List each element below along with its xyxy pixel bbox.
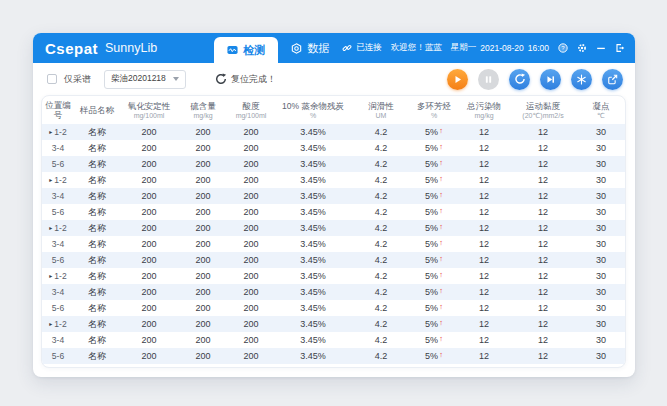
oxidation-stability-cell: 200	[120, 175, 178, 185]
viscosity-cell: 12	[510, 159, 576, 169]
monitor-chart-icon	[227, 45, 238, 56]
cell-value: 30	[596, 127, 606, 137]
cell-value: 3.45%	[300, 127, 326, 137]
table-row[interactable]: 3-4名称2002002003.45%4.25%↑121230	[42, 284, 625, 300]
total-contaminants-cell: 12	[458, 223, 510, 233]
titlebar-status-area: 已连接 欢迎您！蓝蓝 星期一 2021-08-20 16:00 ?	[342, 33, 625, 63]
cell-value: 200	[195, 127, 210, 137]
spectrum-only-checkbox[interactable]	[47, 74, 57, 84]
freezing-point-cell: 30	[576, 127, 626, 137]
cell-value: 200	[195, 175, 210, 185]
sulfur-content-cell: 200	[178, 319, 228, 329]
cell-value: 3.45%	[300, 303, 326, 313]
position-value: 1-2	[54, 127, 66, 137]
link-icon	[342, 43, 352, 53]
freeze-button[interactable]	[571, 69, 592, 90]
sample-name-cell: 名称	[74, 254, 120, 267]
acidity-cell: 200	[228, 127, 274, 137]
lubricity-cell: 4.2	[352, 351, 410, 361]
acidity-cell: 200	[228, 271, 274, 281]
cell-value: 3.45%	[300, 143, 326, 153]
product-name: SunnyLib	[105, 41, 157, 55]
cell-value: 5%	[425, 319, 438, 329]
connection-label: 已连接	[356, 42, 382, 54]
column-unit: %	[410, 112, 458, 120]
table-body: ▸1-2名称2002002003.45%4.25%↑1212303-4名称200…	[42, 124, 625, 364]
residue-carbon-cell: 3.45%	[274, 191, 352, 201]
table-row[interactable]: ▸1-2名称2002002003.45%4.25%↑121230	[42, 124, 625, 140]
table-row[interactable]: 5-6名称2002002003.45%4.25%↑121230	[42, 204, 625, 220]
export-icon	[607, 74, 618, 85]
cell-value: 200	[141, 271, 156, 281]
position-value: 5-6	[52, 255, 64, 265]
export-button[interactable]	[602, 69, 623, 90]
lubricity-cell: 4.2	[352, 175, 410, 185]
column-header: 酸度mg/100ml	[228, 102, 274, 120]
help-button[interactable]: ?	[558, 43, 568, 53]
cell-value: 30	[596, 319, 606, 329]
oxidation-stability-cell: 200	[120, 319, 178, 329]
cell-value: 12	[479, 191, 489, 201]
residue-carbon-cell: 3.45%	[274, 255, 352, 265]
reset-icon[interactable]	[215, 73, 227, 85]
pah-cell: 5%↑	[410, 175, 458, 185]
table-row[interactable]: 3-4名称2002002003.45%4.25%↑121230	[42, 188, 625, 204]
reset-status-text: 复位完成！	[231, 73, 276, 86]
tab-detection[interactable]: 检测	[214, 37, 278, 63]
cell-value: 200	[243, 351, 258, 361]
table-row[interactable]: ▸1-2名称2002002003.45%4.25%↑121230	[42, 172, 625, 188]
pause-button[interactable]	[478, 69, 499, 90]
start-button[interactable]	[447, 69, 468, 90]
cell-value: 200	[243, 127, 258, 137]
cell-value: 4.2	[375, 127, 388, 137]
position-cell: 5-6	[42, 255, 74, 265]
column-label: 酸度	[228, 102, 274, 112]
settings-button[interactable]	[577, 43, 587, 53]
table-row[interactable]: 3-4名称2002002003.45%4.25%↑121230	[42, 140, 625, 156]
acidity-cell: 200	[228, 159, 274, 169]
cell-value: 12	[538, 287, 548, 297]
residue-carbon-cell: 3.45%	[274, 319, 352, 329]
exit-button[interactable]	[615, 43, 625, 53]
minimize-button[interactable]	[596, 43, 606, 53]
table-row[interactable]: 5-6名称2002002003.45%4.25%↑121230	[42, 156, 625, 172]
table-row[interactable]: ▸1-2名称2002002003.45%4.25%↑121230	[42, 268, 625, 284]
position-value: 1-2	[54, 223, 66, 233]
total-contaminants-cell: 12	[458, 175, 510, 185]
table-row[interactable]: ▸1-2名称2002002003.45%4.25%↑121230	[42, 316, 625, 332]
table-row[interactable]: 3-4名称2002002003.45%4.25%↑121230	[42, 332, 625, 348]
cell-value: 200	[195, 159, 210, 169]
cell-value: 12	[479, 335, 489, 345]
total-contaminants-cell: 12	[458, 159, 510, 169]
sulfur-content-cell: 200	[178, 191, 228, 201]
over-limit-icon: ↑	[439, 206, 443, 215]
cell-value: 200	[141, 335, 156, 345]
table-row[interactable]: ▸1-2名称2002002003.45%4.25%↑121230	[42, 220, 625, 236]
position-value: 1-2	[54, 271, 66, 281]
tab-data[interactable]: 数据	[278, 33, 342, 63]
table-row[interactable]: 5-6名称2002002003.45%4.25%↑121230	[42, 348, 625, 364]
cell-value: 200	[195, 239, 210, 249]
cell-value: 12	[538, 335, 548, 345]
over-limit-icon: ↑	[439, 174, 443, 183]
cell-value: 12	[538, 207, 548, 217]
column-header: 总污染物mg/kg	[458, 102, 510, 120]
position-cell: 5-6	[42, 303, 74, 313]
pah-cell: 5%↑	[410, 191, 458, 201]
skip-next-button[interactable]	[540, 69, 561, 90]
cell-value: 200	[195, 255, 210, 265]
time-text: 16:00	[528, 43, 549, 53]
table-row[interactable]: 3-4名称2002002003.45%4.25%↑121230	[42, 236, 625, 252]
table-row[interactable]: 5-6名称2002002003.45%4.25%↑121230	[42, 300, 625, 316]
pah-cell: 5%↑	[410, 159, 458, 169]
table-row[interactable]: 5-6名称2002002003.45%4.25%↑121230	[42, 252, 625, 268]
cell-value: 200	[195, 287, 210, 297]
cell-value: 200	[141, 223, 156, 233]
cell-value: 12	[538, 319, 548, 329]
position-cell: ▸1-2	[42, 271, 74, 281]
cell-value: 5%	[425, 271, 438, 281]
residue-carbon-cell: 3.45%	[274, 207, 352, 217]
freezing-point-cell: 30	[576, 351, 626, 361]
sync-button[interactable]	[509, 69, 530, 90]
method-select[interactable]: 柴油20201218	[104, 70, 186, 89]
